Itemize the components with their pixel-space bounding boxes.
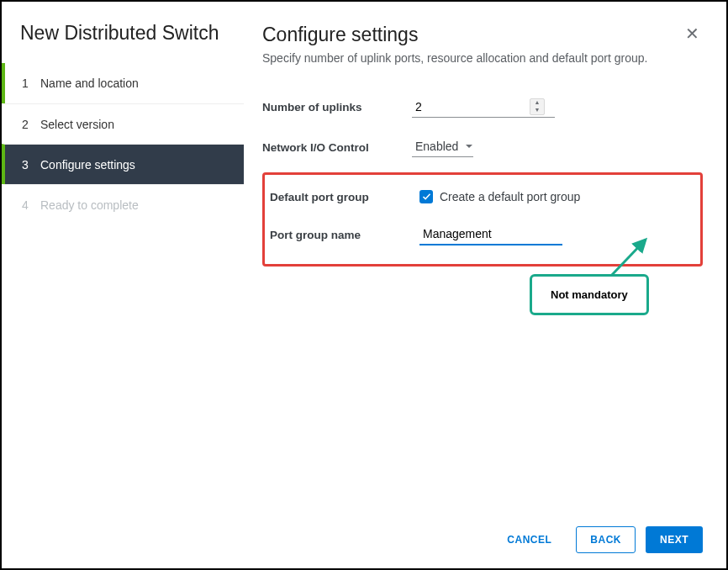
row-uplinks: Number of uplinks ▲ ▼ <box>262 87 703 128</box>
row-port-group-name: Port group name <box>270 214 695 256</box>
stepper-down-icon[interactable]: ▼ <box>530 107 544 114</box>
step-label: Ready to complete <box>40 198 139 212</box>
annotation-highlight-box: Default port group Create a default port… <box>262 172 703 267</box>
next-button[interactable]: NEXT <box>646 526 703 553</box>
default-pg-checkbox-label: Create a default port group <box>440 190 580 203</box>
step-ready-to-complete: 4 Ready to complete <box>2 184 244 224</box>
row-default-port-group: Default port group Create a default port… <box>270 180 695 214</box>
wizard-footer: CANCEL BACK NEXT <box>262 515 703 553</box>
step-number: 4 <box>20 198 40 212</box>
page-title: Configure settings <box>262 24 647 46</box>
step-label: Configure settings <box>40 158 135 172</box>
row-nioc: Network I/O Control Enabled <box>262 128 703 167</box>
stepper-up-icon[interactable]: ▲ <box>530 99 544 107</box>
cancel-button[interactable]: CANCEL <box>493 526 566 553</box>
callout-text: Not mandatory <box>551 288 628 301</box>
step-number: 2 <box>20 118 40 131</box>
default-pg-label: Default port group <box>270 191 419 203</box>
annotation-callout: Not mandatory <box>530 274 649 315</box>
step-number: 3 <box>20 158 40 172</box>
uplinks-input[interactable] <box>412 97 530 117</box>
step-configure-settings[interactable]: 3 Configure settings <box>2 144 244 184</box>
chevron-down-icon <box>465 142 473 150</box>
step-name-and-location[interactable]: 1 Name and location <box>2 63 244 103</box>
nioc-value: Enabled <box>415 140 458 153</box>
close-icon[interactable]: ✕ <box>682 24 703 44</box>
uplinks-stepper[interactable]: ▲ ▼ <box>412 97 555 118</box>
stepper-buttons: ▲ ▼ <box>530 98 545 115</box>
wizard-title: New Distributed Switch <box>2 22 244 63</box>
pg-name-input[interactable] <box>419 224 562 245</box>
step-label: Name and location <box>40 77 139 90</box>
uplinks-label: Number of uplinks <box>262 101 412 113</box>
pg-name-label: Port group name <box>270 229 419 241</box>
step-number: 1 <box>20 77 40 90</box>
wizard-sidebar: New Distributed Switch 1 Name and locati… <box>2 2 244 568</box>
wizard-main: Configure settings Specify number of upl… <box>244 2 726 568</box>
step-label: Select version <box>40 118 114 131</box>
wizard-dialog: New Distributed Switch 1 Name and locati… <box>2 2 726 568</box>
nioc-select[interactable]: Enabled <box>412 138 473 157</box>
nioc-label: Network I/O Control <box>262 141 412 154</box>
step-select-version[interactable]: 2 Select version <box>2 103 244 144</box>
check-icon <box>422 193 431 202</box>
page-subtitle: Specify number of uplink ports, resource… <box>262 51 647 65</box>
back-button[interactable]: BACK <box>576 526 636 553</box>
default-pg-checkbox[interactable] <box>419 190 433 203</box>
